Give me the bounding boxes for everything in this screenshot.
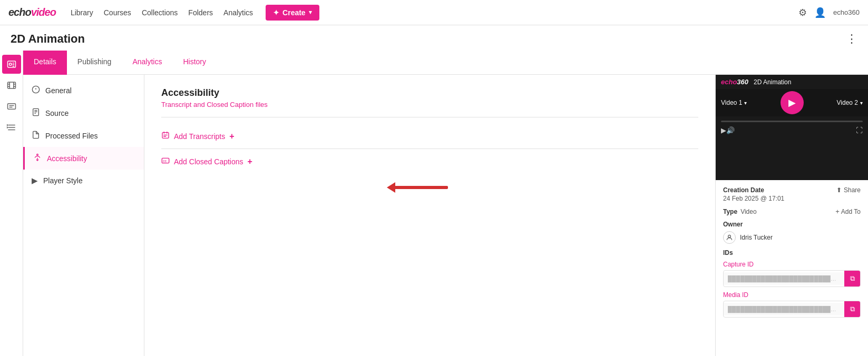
owner-section: Owner Idris Tucker [723, 221, 861, 244]
add-transcripts-row[interactable]: Add Transcripts + [161, 126, 698, 146]
sidebar-icon-list[interactable] [2, 118, 21, 137]
owner-label: Owner [723, 221, 861, 228]
video-volume-icon[interactable]: 🔊 [726, 126, 735, 134]
divider [161, 117, 698, 117]
add-closed-captions-row[interactable]: CC Add Closed Captions + [161, 151, 698, 172]
menu-item-processed-files[interactable]: Processed Files [23, 124, 144, 147]
sidebar-icon-media[interactable] [2, 55, 21, 74]
video-progress-bar [721, 121, 863, 122]
tab-history[interactable]: History [172, 51, 217, 75]
type-block: Type Video [723, 208, 757, 215]
ids-section: IDs Capture ID █████████████████████████… [723, 249, 861, 318]
svg-rect-2 [12, 63, 14, 64]
menu-label-processed-files: Processed Files [45, 132, 98, 140]
video-logo-echo: echo [721, 78, 737, 86]
share-button[interactable]: ⬆ Share [836, 186, 861, 194]
video-fullscreen-icon[interactable]: ⛶ [856, 126, 863, 134]
tab-publishing[interactable]: Publishing [67, 51, 122, 75]
svg-text:CC: CC [163, 160, 167, 163]
video-bottom-controls: ▶ 🔊 ⛶ [716, 124, 868, 136]
closed-captions-icon: CC [161, 156, 170, 166]
add-transcripts-label: Add Transcripts [174, 132, 225, 141]
svg-rect-3 [12, 64, 14, 65]
nav-link-folders[interactable]: Folders [188, 8, 213, 17]
svg-point-19 [7, 127, 7, 128]
source-icon [32, 108, 40, 118]
video2-chevron-icon: ▾ [860, 100, 863, 106]
sidebar-icon-caption[interactable] [2, 97, 21, 116]
topnav: echovideo Library Courses Collections Fo… [0, 0, 868, 25]
content-area: General Source Processed Files [23, 75, 868, 356]
copy-media-id-button[interactable]: ⧉ [844, 301, 860, 317]
sidebar-icon-film[interactable] [2, 76, 21, 95]
type-row: Type Video + Add To [723, 207, 861, 215]
create-label: Create [282, 8, 306, 17]
arrow-line [395, 186, 448, 189]
svg-rect-12 [7, 104, 15, 110]
add-to-plus-icon: + [835, 207, 840, 215]
create-wand-icon: ✦ [273, 8, 279, 17]
tabs-and-content: Details Publishing Analytics History Gen… [23, 51, 868, 356]
menu-item-accessibility[interactable]: Accessibility [23, 147, 144, 170]
type-value: Video [740, 208, 756, 215]
menu-label-general: General [45, 86, 72, 95]
more-options-icon[interactable]: ⋮ [846, 32, 857, 46]
svg-point-27 [37, 154, 38, 155]
menu-item-player-style[interactable]: ▶ Player Style [23, 170, 144, 192]
svg-point-33 [728, 235, 731, 238]
logo-video: video [31, 6, 56, 18]
topnav-right: ⚙ 👤 echo360 [798, 7, 860, 18]
add-closed-captions-label: Add Closed Captions [174, 157, 243, 166]
tab-analytics[interactable]: Analytics [122, 51, 172, 75]
processed-files-icon [32, 131, 40, 141]
video2-dropdown[interactable]: Video 2 ▾ [837, 99, 863, 106]
capture-id-label: Capture ID [723, 261, 861, 268]
media-id-value: ████████████████████████████... [724, 303, 844, 315]
nav-link-courses[interactable]: Courses [104, 8, 131, 17]
accessibility-icon [33, 153, 42, 163]
logo-echo: echo [8, 6, 31, 18]
ids-label: IDs [723, 249, 861, 256]
svg-point-1 [9, 63, 12, 66]
nav-link-collections[interactable]: Collections [142, 8, 178, 17]
add-transcripts-plus-icon: + [229, 132, 234, 141]
owner-row: Idris Tucker [723, 231, 861, 244]
video-play-icon[interactable]: ▶ [721, 126, 726, 134]
main-layout: Details Publishing Analytics History Gen… [0, 51, 868, 356]
capture-id-value: ████████████████████████████... [724, 272, 844, 285]
owner-name: Idris Tucker [740, 234, 773, 241]
main-panel: Accessibility Transcript and Closed Capt… [144, 75, 715, 356]
menu-label-accessibility: Accessibility [47, 154, 87, 163]
nav-link-analytics[interactable]: Analytics [223, 8, 253, 17]
general-icon [32, 85, 40, 95]
video1-dropdown[interactable]: Video 1 ▾ [721, 99, 747, 106]
tab-details[interactable]: Details [23, 51, 67, 75]
metadata-panel: Creation Date 24 Feb 2025 @ 17:01 ⬆ Shar… [716, 180, 868, 356]
arrow-annotation [387, 182, 448, 193]
creation-date-row: Creation Date 24 Feb 2025 @ 17:01 ⬆ Shar… [723, 186, 861, 202]
creation-date-block: Creation Date 24 Feb 2025 @ 17:01 [723, 186, 784, 202]
settings-icon[interactable]: ⚙ [798, 7, 807, 18]
play-button-large[interactable]: ▶ [781, 91, 804, 114]
video-logo-360: 360 [737, 78, 748, 86]
add-closed-captions-plus-icon: + [248, 157, 252, 166]
create-button[interactable]: ✦ Create ▾ [266, 5, 319, 21]
menu-label-source: Source [45, 109, 69, 117]
menu-item-general[interactable]: General [23, 79, 144, 102]
menu-item-source[interactable]: Source [23, 102, 144, 124]
arrow-head [387, 182, 395, 193]
add-to-button[interactable]: + Add To [835, 207, 861, 215]
menu-label-player-style: Player Style [43, 176, 83, 185]
tabs-bar: Details Publishing Analytics History [23, 51, 868, 75]
user-name: echo360 [833, 8, 860, 16]
video2-label: Video 2 [837, 99, 858, 106]
share-icon: ⬆ [836, 186, 842, 194]
video-logo: echo360 [721, 78, 748, 86]
nav-link-library[interactable]: Library [71, 8, 93, 17]
user-icon[interactable]: 👤 [814, 7, 826, 18]
copy-capture-id-button[interactable]: ⧉ [844, 271, 860, 286]
creation-date-value: 24 Feb 2025 @ 17:01 [723, 195, 784, 202]
page-title: 2D Animation [11, 32, 85, 46]
owner-avatar [723, 231, 736, 244]
video1-chevron-icon: ▾ [744, 100, 747, 106]
